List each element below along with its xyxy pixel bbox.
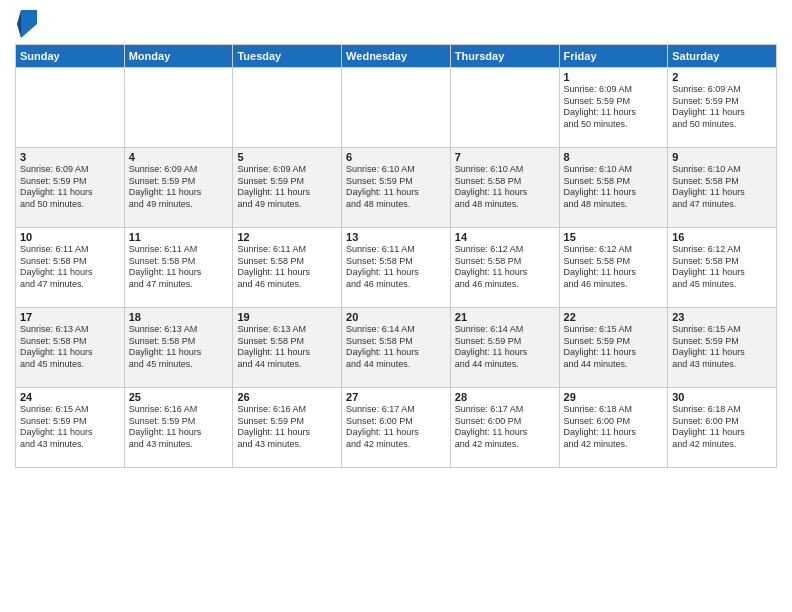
day-number: 8 (564, 151, 664, 163)
day-number: 5 (237, 151, 337, 163)
day-number: 25 (129, 391, 229, 403)
calendar-cell: 27Sunrise: 6:17 AM Sunset: 6:00 PM Dayli… (342, 388, 451, 468)
day-number: 30 (672, 391, 772, 403)
day-number: 16 (672, 231, 772, 243)
calendar-cell: 2Sunrise: 6:09 AM Sunset: 5:59 PM Daylig… (668, 68, 777, 148)
day-info: Sunrise: 6:13 AM Sunset: 5:58 PM Dayligh… (20, 324, 120, 371)
day-number: 29 (564, 391, 664, 403)
calendar-cell: 7Sunrise: 6:10 AM Sunset: 5:58 PM Daylig… (450, 148, 559, 228)
day-header: Monday (124, 45, 233, 68)
day-info: Sunrise: 6:11 AM Sunset: 5:58 PM Dayligh… (20, 244, 120, 291)
calendar-cell (342, 68, 451, 148)
calendar-week: 17Sunrise: 6:13 AM Sunset: 5:58 PM Dayli… (16, 308, 777, 388)
calendar-cell: 9Sunrise: 6:10 AM Sunset: 5:58 PM Daylig… (668, 148, 777, 228)
day-info: Sunrise: 6:13 AM Sunset: 5:58 PM Dayligh… (129, 324, 229, 371)
calendar-cell: 19Sunrise: 6:13 AM Sunset: 5:58 PM Dayli… (233, 308, 342, 388)
day-info: Sunrise: 6:14 AM Sunset: 5:58 PM Dayligh… (346, 324, 446, 371)
day-number: 12 (237, 231, 337, 243)
day-info: Sunrise: 6:10 AM Sunset: 5:58 PM Dayligh… (672, 164, 772, 211)
day-number: 13 (346, 231, 446, 243)
day-header: Saturday (668, 45, 777, 68)
calendar-week: 3Sunrise: 6:09 AM Sunset: 5:59 PM Daylig… (16, 148, 777, 228)
day-header: Tuesday (233, 45, 342, 68)
day-number: 23 (672, 311, 772, 323)
calendar-cell: 25Sunrise: 6:16 AM Sunset: 5:59 PM Dayli… (124, 388, 233, 468)
day-number: 2 (672, 71, 772, 83)
calendar-table: SundayMondayTuesdayWednesdayThursdayFrid… (15, 44, 777, 468)
page: SundayMondayTuesdayWednesdayThursdayFrid… (0, 0, 792, 612)
day-info: Sunrise: 6:10 AM Sunset: 5:58 PM Dayligh… (564, 164, 664, 211)
day-info: Sunrise: 6:16 AM Sunset: 5:59 PM Dayligh… (237, 404, 337, 451)
day-number: 6 (346, 151, 446, 163)
header (15, 10, 777, 38)
calendar-cell (450, 68, 559, 148)
calendar-cell: 5Sunrise: 6:09 AM Sunset: 5:59 PM Daylig… (233, 148, 342, 228)
day-number: 10 (20, 231, 120, 243)
day-info: Sunrise: 6:12 AM Sunset: 5:58 PM Dayligh… (455, 244, 555, 291)
day-number: 21 (455, 311, 555, 323)
calendar-cell: 10Sunrise: 6:11 AM Sunset: 5:58 PM Dayli… (16, 228, 125, 308)
day-number: 18 (129, 311, 229, 323)
calendar-cell: 15Sunrise: 6:12 AM Sunset: 5:58 PM Dayli… (559, 228, 668, 308)
day-info: Sunrise: 6:09 AM Sunset: 5:59 PM Dayligh… (20, 164, 120, 211)
day-info: Sunrise: 6:15 AM Sunset: 5:59 PM Dayligh… (564, 324, 664, 371)
calendar-week: 24Sunrise: 6:15 AM Sunset: 5:59 PM Dayli… (16, 388, 777, 468)
day-number: 26 (237, 391, 337, 403)
day-info: Sunrise: 6:12 AM Sunset: 5:58 PM Dayligh… (564, 244, 664, 291)
day-info: Sunrise: 6:18 AM Sunset: 6:00 PM Dayligh… (672, 404, 772, 451)
header-row: SundayMondayTuesdayWednesdayThursdayFrid… (16, 45, 777, 68)
calendar-cell: 13Sunrise: 6:11 AM Sunset: 5:58 PM Dayli… (342, 228, 451, 308)
day-number: 22 (564, 311, 664, 323)
day-header: Thursday (450, 45, 559, 68)
day-info: Sunrise: 6:13 AM Sunset: 5:58 PM Dayligh… (237, 324, 337, 371)
calendar-cell: 12Sunrise: 6:11 AM Sunset: 5:58 PM Dayli… (233, 228, 342, 308)
calendar-cell: 16Sunrise: 6:12 AM Sunset: 5:58 PM Dayli… (668, 228, 777, 308)
day-number: 4 (129, 151, 229, 163)
day-info: Sunrise: 6:10 AM Sunset: 5:58 PM Dayligh… (455, 164, 555, 211)
calendar-cell: 18Sunrise: 6:13 AM Sunset: 5:58 PM Dayli… (124, 308, 233, 388)
day-number: 28 (455, 391, 555, 403)
day-number: 14 (455, 231, 555, 243)
calendar-cell: 6Sunrise: 6:10 AM Sunset: 5:59 PM Daylig… (342, 148, 451, 228)
day-info: Sunrise: 6:18 AM Sunset: 6:00 PM Dayligh… (564, 404, 664, 451)
calendar-cell (16, 68, 125, 148)
calendar-cell: 17Sunrise: 6:13 AM Sunset: 5:58 PM Dayli… (16, 308, 125, 388)
day-number: 11 (129, 231, 229, 243)
calendar-cell: 21Sunrise: 6:14 AM Sunset: 5:59 PM Dayli… (450, 308, 559, 388)
calendar-cell: 23Sunrise: 6:15 AM Sunset: 5:59 PM Dayli… (668, 308, 777, 388)
calendar-cell: 28Sunrise: 6:17 AM Sunset: 6:00 PM Dayli… (450, 388, 559, 468)
day-number: 1 (564, 71, 664, 83)
calendar-cell (233, 68, 342, 148)
calendar-cell (124, 68, 233, 148)
calendar-cell: 3Sunrise: 6:09 AM Sunset: 5:59 PM Daylig… (16, 148, 125, 228)
logo (15, 10, 37, 38)
day-header: Friday (559, 45, 668, 68)
calendar-cell: 24Sunrise: 6:15 AM Sunset: 5:59 PM Dayli… (16, 388, 125, 468)
calendar-cell: 22Sunrise: 6:15 AM Sunset: 5:59 PM Dayli… (559, 308, 668, 388)
day-info: Sunrise: 6:09 AM Sunset: 5:59 PM Dayligh… (672, 84, 772, 131)
calendar-week: 1Sunrise: 6:09 AM Sunset: 5:59 PM Daylig… (16, 68, 777, 148)
day-number: 17 (20, 311, 120, 323)
day-info: Sunrise: 6:17 AM Sunset: 6:00 PM Dayligh… (455, 404, 555, 451)
day-header: Wednesday (342, 45, 451, 68)
day-number: 27 (346, 391, 446, 403)
day-info: Sunrise: 6:10 AM Sunset: 5:59 PM Dayligh… (346, 164, 446, 211)
day-info: Sunrise: 6:09 AM Sunset: 5:59 PM Dayligh… (129, 164, 229, 211)
day-number: 20 (346, 311, 446, 323)
svg-marker-1 (17, 10, 21, 38)
day-info: Sunrise: 6:15 AM Sunset: 5:59 PM Dayligh… (672, 324, 772, 371)
calendar-cell: 1Sunrise: 6:09 AM Sunset: 5:59 PM Daylig… (559, 68, 668, 148)
calendar-cell: 4Sunrise: 6:09 AM Sunset: 5:59 PM Daylig… (124, 148, 233, 228)
day-number: 24 (20, 391, 120, 403)
calendar-week: 10Sunrise: 6:11 AM Sunset: 5:58 PM Dayli… (16, 228, 777, 308)
day-header: Sunday (16, 45, 125, 68)
day-info: Sunrise: 6:17 AM Sunset: 6:00 PM Dayligh… (346, 404, 446, 451)
calendar-cell: 11Sunrise: 6:11 AM Sunset: 5:58 PM Dayli… (124, 228, 233, 308)
day-info: Sunrise: 6:16 AM Sunset: 5:59 PM Dayligh… (129, 404, 229, 451)
logo-icon (17, 10, 37, 38)
calendar-cell: 30Sunrise: 6:18 AM Sunset: 6:00 PM Dayli… (668, 388, 777, 468)
day-number: 9 (672, 151, 772, 163)
calendar-cell: 8Sunrise: 6:10 AM Sunset: 5:58 PM Daylig… (559, 148, 668, 228)
day-info: Sunrise: 6:11 AM Sunset: 5:58 PM Dayligh… (129, 244, 229, 291)
calendar-cell: 20Sunrise: 6:14 AM Sunset: 5:58 PM Dayli… (342, 308, 451, 388)
